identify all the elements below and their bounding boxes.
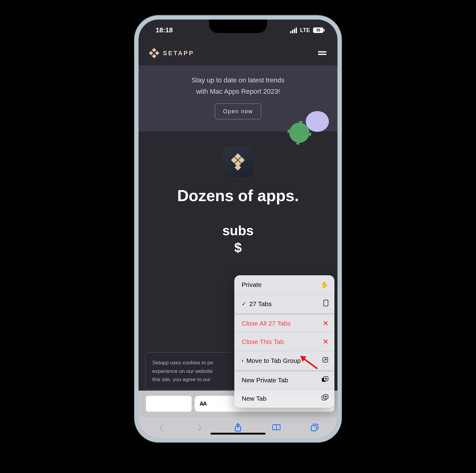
back-button[interactable] — [157, 423, 166, 432]
banner-line1: Stay up to date on latest trends — [148, 74, 328, 86]
hand-icon: ✋ — [321, 281, 328, 288]
app-icon — [223, 147, 253, 177]
battery-icon: 35 — [313, 27, 325, 33]
close-icon: ✕ — [323, 320, 328, 327]
svg-rect-2 — [324, 300, 328, 306]
menu-private[interactable]: Private ✋ — [234, 275, 334, 294]
menu-close-all-label: Close All 27 Tabs — [242, 320, 291, 327]
forward-button[interactable] — [195, 423, 204, 432]
chevron-left-icon — [158, 423, 164, 432]
menu-new-private-tab[interactable]: New Private Tab — [234, 370, 334, 389]
menu-close-all[interactable]: Close All 27 Tabs ✕ — [234, 313, 334, 332]
app-icon-glyph — [230, 154, 246, 170]
annotation-arrow — [300, 355, 318, 369]
menu-move-group[interactable]: ›Move to Tab Group — [234, 351, 334, 370]
hero-title: Dozens of apps. — [139, 186, 337, 205]
battery-level: 35 — [313, 27, 323, 33]
phone-frame: 18:18 LTE 35 SETAPP — [134, 15, 342, 442]
hero-line2: subs — [139, 223, 337, 238]
phone-icon — [323, 300, 328, 308]
status-right: LTE 35 — [290, 27, 325, 34]
book-icon — [272, 424, 281, 431]
brand-label: SETAPP — [163, 50, 194, 57]
network-label: LTE — [300, 27, 310, 34]
menu-close-this[interactable]: Close This Tab ✕ — [234, 332, 334, 351]
tabs-icon — [310, 423, 319, 432]
bookmarks-button[interactable] — [272, 423, 281, 432]
purple-oval-decoration — [306, 111, 329, 132]
new-tab-icon — [322, 394, 328, 403]
menu-private-label: Private — [242, 281, 261, 288]
signal-icon — [290, 27, 297, 33]
banner-line2: with Mac Apps Report 2023! — [148, 86, 328, 97]
chevron-right-icon: › — [242, 358, 243, 363]
home-indicator[interactable] — [211, 433, 265, 435]
text-size-icon[interactable]: AA — [200, 401, 206, 407]
notch — [209, 20, 267, 33]
status-time: 18:18 — [156, 26, 173, 34]
chevron-right-icon — [197, 423, 203, 432]
safari-toolbar — [139, 417, 337, 438]
new-private-tab-icon — [322, 376, 328, 385]
open-now-button[interactable]: Open now — [215, 103, 261, 120]
brand[interactable]: SETAPP — [150, 49, 194, 58]
menu-tabs-label: 27 Tabs — [249, 300, 272, 308]
arrow-out-icon — [322, 357, 328, 364]
menu-close-this-label: Close This Tab — [242, 338, 284, 345]
tabs-button[interactable] — [310, 423, 319, 432]
menu-new-tab[interactable]: New Tab — [234, 389, 334, 408]
app-store-badge[interactable] — [146, 396, 192, 412]
menu-new-tab-label: New Tab — [242, 395, 266, 402]
site-header: SETAPP — [139, 41, 337, 65]
share-button[interactable] — [233, 423, 243, 432]
close-icon: ✕ — [323, 338, 328, 346]
menu-tabs-count[interactable]: ✓27 Tabs — [234, 294, 334, 313]
svg-rect-1 — [311, 426, 316, 431]
tabs-context-menu: Private ✋ ✓27 Tabs Close All 27 Tabs ✕ C… — [234, 275, 334, 408]
menu-move-group-label: Move to Tab Group — [246, 357, 301, 364]
share-icon — [234, 423, 242, 432]
hero-line3: $ — [139, 240, 337, 255]
setapp-logo-icon — [150, 49, 159, 58]
menu-new-private-label: New Private Tab — [242, 377, 288, 384]
phone-screen: 18:18 LTE 35 SETAPP — [139, 20, 337, 438]
hamburger-icon[interactable] — [318, 50, 326, 56]
checkmark-icon: ✓ — [242, 301, 246, 307]
